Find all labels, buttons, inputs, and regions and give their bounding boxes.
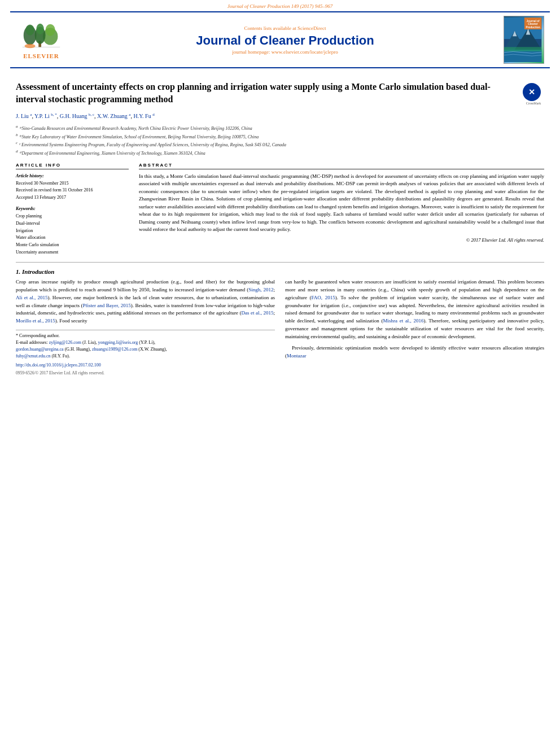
affiliations: a ᵃ Sino-Canada Resources and Environmen… (16, 124, 544, 157)
affiliation-a: a ᵃ Sino-Canada Resources and Environmen… (16, 124, 544, 132)
intro-col-right: can hardly be guaranteed when water reso… (285, 278, 544, 377)
article-title: Assessment of uncertainty effects on cro… (16, 81, 517, 106)
author-li: Y.P. Li b, * (34, 113, 57, 119)
elsevier-logo: ELSEVIER (16, 20, 67, 59)
received-date: Received 30 November 2015 (16, 180, 129, 187)
svg-rect-17 (504, 47, 542, 51)
author-zhuang: X.W. Zhuang a (97, 113, 130, 119)
sciencedirect-line: Contents lists available at ScienceDirec… (72, 25, 498, 31)
affiliation-c: c ᶜ Environmental Systems Engineering Pr… (16, 140, 544, 148)
main-content: Assessment of uncertainty effects on cro… (0, 68, 560, 256)
article-title-section: Assessment of uncertainty effects on cro… (16, 81, 544, 106)
keyword-1: Crop planning (16, 213, 129, 220)
ref-montazar[interactable]: Montazar (287, 353, 306, 359)
svg-point-4 (46, 24, 55, 36)
accepted-date: Accepted 13 February 2017 (16, 194, 129, 202)
affiliation-b: b ᵇ State Key Laboratory of Water Enviro… (16, 132, 544, 141)
crossmark-badge[interactable]: ✕ CrossMark (523, 83, 544, 105)
citation-bar: Journal of Cleaner Production 149 (2017)… (0, 0, 560, 11)
crossmark-label: CrossMark (523, 102, 544, 105)
copyright-line: © 2017 Elsevier Ltd. All rights reserved… (139, 237, 544, 243)
journal-homepage: journal homepage: www.elsevier.com/locat… (72, 49, 498, 55)
author-fu: H.Y. Fu d (133, 113, 154, 119)
email-fu[interactable]: fuhy@xmut.edu.cn (16, 353, 51, 359)
author-liu: J. Liu a (16, 113, 32, 119)
ref-das-2015[interactable]: Das et al., 2015 (241, 310, 273, 316)
intro-col-left: Crop areas increase rapidly to produce e… (16, 278, 275, 377)
email-huang[interactable]: gordon.huang@uregina.ca (16, 347, 64, 352)
svg-text:Cleaner: Cleaner (528, 23, 538, 25)
keyword-5: Monte Carlo simulation (16, 242, 129, 249)
keyword-4: Water allocation (16, 234, 129, 242)
author-huang: G.H. Huang b, c (60, 113, 94, 119)
introduction-section: 1. Introduction Crop areas increase rapi… (0, 268, 560, 383)
svg-point-2 (26, 25, 34, 36)
intro-heading: 1. Introduction (16, 268, 544, 275)
elsevier-tree-icon (21, 20, 61, 51)
email-zhuang[interactable]: zhuangxi1989@126.com (92, 347, 137, 352)
article-info-col: ARTICLE INFO Article history: Received 3… (16, 163, 129, 256)
intro-para-right-1: can hardly be guaranteed when water reso… (285, 278, 544, 342)
journal-header: ELSEVIER Contents lists available at Sci… (10, 11, 550, 68)
email-footnote: E-mail addresses: zyljing@126.com (J. Li… (16, 339, 275, 360)
email-li[interactable]: yongping.li@iseis.org (98, 340, 138, 345)
keywords-section: Keywords: Crop planning Dual-interval Ir… (16, 206, 129, 256)
intro-columns: Crop areas increase rapidly to produce e… (16, 278, 544, 377)
intro-para-right-2: Previously, deterministic optimization m… (285, 344, 544, 360)
journal-title: Journal of Cleaner Production (72, 33, 498, 48)
keyword-3: Irrigation (16, 228, 129, 235)
page: Journal of Cleaner Production 149 (2017)… (0, 0, 560, 747)
keywords-label: Keywords: (16, 206, 129, 211)
revised-date: Received in revised form 31 October 2016 (16, 187, 129, 194)
cover-image-icon: Journal of Cleaner Production (504, 18, 542, 62)
corresponding-note: * Corresponding author. (16, 333, 275, 339)
ref-ali-2015[interactable]: Ali et al., 2015 (16, 295, 47, 300)
email-label: E-mail addresses: (16, 340, 48, 345)
article-info-label: ARTICLE INFO (16, 163, 129, 169)
elsevier-label: ELSEVIER (23, 53, 59, 59)
footnote-area: * Corresponding author. E-mail addresses… (16, 330, 275, 376)
journal-cover: Journal of Cleaner Production (504, 16, 544, 64)
keyword-2: Dual-interval (16, 220, 129, 228)
email-liu[interactable]: zyljing@126.com (49, 340, 81, 345)
svg-point-9 (25, 44, 36, 49)
keyword-6: Uncertainty assessment (16, 249, 129, 256)
ref-morillo-2015[interactable]: Morillo et al., 2015 (16, 318, 55, 324)
affiliation-d: d ᵈ Department of Environmental Engineer… (16, 148, 544, 157)
article-info-abstract: ARTICLE INFO Article history: Received 3… (16, 163, 544, 256)
issn-line: 0959-6526/© 2017 Elsevier Ltd. All right… (16, 370, 275, 376)
intro-para-1: Crop areas increase rapidly to produce e… (16, 278, 275, 326)
svg-text:Production: Production (526, 26, 540, 29)
authors-line: J. Liu a, Y.P. Li b, *, G.H. Huang b, c,… (16, 112, 544, 120)
ref-pfister-2015[interactable]: Pfister and Bayer, 2015 (82, 303, 130, 308)
abstract-label: ABSTRACT (139, 163, 544, 169)
ref-fao-2015[interactable]: FAO, 2015 (312, 295, 335, 300)
citation-text: Journal of Cleaner Production 149 (2017)… (228, 3, 333, 9)
svg-text:Journal of: Journal of (527, 20, 540, 23)
article-history: Article history: Received 30 November 20… (16, 173, 129, 202)
history-label: Article history: (16, 173, 129, 180)
homepage-link[interactable]: www.elsevier.com/locate/jclepro (272, 49, 338, 55)
doi-link[interactable]: http://dx.doi.org/10.1016/j.jclepro.2017… (16, 362, 275, 369)
section-divider (16, 262, 544, 263)
abstract-col: ABSTRACT In this study, a Monte Carlo si… (139, 163, 544, 256)
sciencedirect-link[interactable]: ScienceDirect (298, 25, 326, 31)
crossmark-icon[interactable]: ✕ (523, 83, 541, 101)
ref-mishra-2016[interactable]: Mishra et al., 2016 (383, 318, 424, 324)
abstract-text: In this study, a Monte Carlo simulation … (139, 173, 544, 234)
ref-singh-2012[interactable]: Singh, 2012 (248, 287, 273, 292)
journal-center-info: Contents lists available at ScienceDirec… (72, 25, 498, 55)
svg-point-7 (36, 24, 43, 34)
